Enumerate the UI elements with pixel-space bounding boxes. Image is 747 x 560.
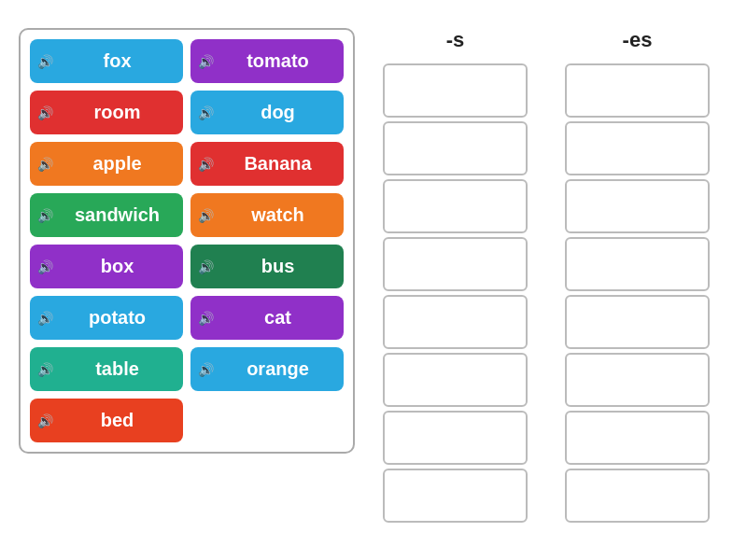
speaker-icon-bed: 🔊 bbox=[37, 413, 53, 428]
drop-box-es-2[interactable] bbox=[565, 121, 710, 175]
speaker-icon-fox: 🔊 bbox=[37, 54, 53, 69]
word-btn-watch[interactable]: 🔊watch bbox=[190, 193, 344, 237]
speaker-icon-box: 🔊 bbox=[37, 259, 53, 274]
drop-box-s-1[interactable] bbox=[383, 63, 528, 118]
drop-box-es-3[interactable] bbox=[565, 179, 710, 233]
speaker-icon-table: 🔊 bbox=[37, 362, 53, 377]
word-btn-room[interactable]: 🔊room bbox=[30, 91, 183, 134]
drop-box-s-6[interactable] bbox=[383, 353, 528, 407]
speaker-icon-sandwich: 🔊 bbox=[37, 208, 53, 223]
speaker-icon-potato: 🔊 bbox=[37, 311, 53, 326]
drop-box-s-4[interactable] bbox=[383, 237, 528, 291]
drop-box-es-8[interactable] bbox=[565, 469, 710, 523]
word-bank: 🔊fox🔊tomato🔊room🔊dog🔊apple🔊Banana🔊sandwi… bbox=[19, 28, 355, 454]
speaker-icon-watch: 🔊 bbox=[198, 208, 214, 223]
drop-box-es-5[interactable] bbox=[565, 295, 710, 349]
speaker-icon-apple: 🔊 bbox=[37, 157, 53, 172]
drop-box-es-1[interactable] bbox=[565, 63, 710, 118]
word-label-sandwich: sandwich bbox=[59, 204, 176, 226]
drop-box-s-3[interactable] bbox=[383, 179, 528, 233]
word-btn-bed[interactable]: 🔊bed bbox=[30, 399, 183, 442]
word-label-potato: potato bbox=[59, 307, 176, 329]
speaker-icon-tomato: 🔊 bbox=[198, 54, 214, 69]
drop-box-es-6[interactable] bbox=[565, 353, 710, 407]
word-btn-tomato[interactable]: 🔊tomato bbox=[190, 39, 344, 83]
word-btn-potato[interactable]: 🔊potato bbox=[30, 296, 183, 340]
word-label-bus: bus bbox=[219, 256, 336, 277]
speaker-icon-cat: 🔊 bbox=[198, 311, 214, 326]
speaker-icon-room: 🔊 bbox=[37, 105, 53, 120]
sort-area: -s -es bbox=[383, 19, 728, 523]
drop-box-s-5[interactable] bbox=[383, 295, 528, 349]
word-btn-cat[interactable]: 🔊cat bbox=[190, 296, 344, 340]
speaker-icon-bus: 🔊 bbox=[198, 259, 214, 274]
word-btn-bus[interactable]: 🔊bus bbox=[190, 245, 344, 288]
drop-box-s-8[interactable] bbox=[383, 469, 528, 523]
sort-column-s: -s bbox=[383, 28, 528, 523]
speaker-icon-orange: 🔊 bbox=[198, 362, 214, 377]
word-btn-apple[interactable]: 🔊apple bbox=[30, 142, 183, 186]
drop-box-s-2[interactable] bbox=[383, 121, 528, 175]
word-btn-table[interactable]: 🔊table bbox=[30, 347, 183, 391]
sort-column-es: -es bbox=[565, 28, 710, 523]
word-btn-fox[interactable]: 🔊fox bbox=[30, 39, 183, 83]
word-label-table: table bbox=[59, 358, 176, 380]
word-label-bed: bed bbox=[59, 410, 176, 431]
speaker-icon-Banana: 🔊 bbox=[198, 157, 214, 172]
column-header-es: -es bbox=[623, 28, 653, 52]
word-btn-Banana[interactable]: 🔊Banana bbox=[190, 142, 344, 186]
word-label-orange: orange bbox=[219, 358, 336, 380]
word-label-cat: cat bbox=[219, 307, 336, 329]
drop-box-s-7[interactable] bbox=[383, 411, 528, 465]
word-label-Banana: Banana bbox=[219, 153, 336, 175]
word-label-box: box bbox=[59, 256, 176, 277]
word-btn-box[interactable]: 🔊box bbox=[30, 245, 183, 288]
word-btn-dog[interactable]: 🔊dog bbox=[190, 91, 344, 134]
drop-box-es-7[interactable] bbox=[565, 411, 710, 465]
word-label-fox: fox bbox=[59, 50, 176, 72]
word-label-watch: watch bbox=[219, 204, 336, 226]
word-label-apple: apple bbox=[59, 153, 176, 175]
word-label-tomato: tomato bbox=[219, 50, 336, 72]
word-label-room: room bbox=[59, 102, 176, 123]
word-label-dog: dog bbox=[219, 102, 336, 123]
word-btn-sandwich[interactable]: 🔊sandwich bbox=[30, 193, 183, 237]
drop-box-es-4[interactable] bbox=[565, 237, 710, 291]
word-btn-orange[interactable]: 🔊orange bbox=[190, 347, 344, 391]
speaker-icon-dog: 🔊 bbox=[198, 105, 214, 120]
column-header-s: -s bbox=[446, 28, 465, 52]
